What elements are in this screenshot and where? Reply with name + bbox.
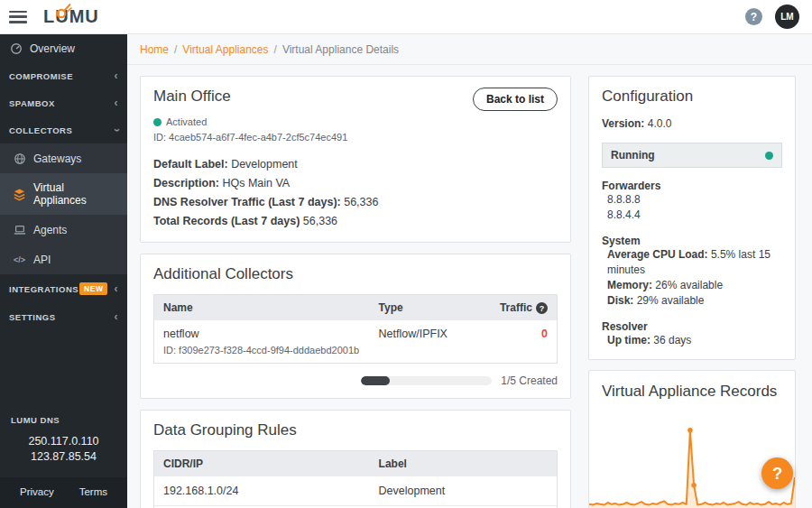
collectors-progress-label: 1/5 Created: [501, 374, 558, 387]
running-status-box: Running: [602, 143, 782, 168]
chevron-down-icon: ‹: [111, 128, 122, 133]
sidebar-section-spambox[interactable]: SPAMBOX ‹: [0, 89, 127, 116]
field-label: Total Records (Last 7 days): [153, 215, 300, 227]
activated-status-label: Activated: [166, 116, 207, 127]
column-type: Type: [379, 301, 491, 314]
sidebar-item-agents[interactable]: Agents: [0, 215, 127, 245]
lumu-dns-title: LUMU DNS: [11, 415, 116, 425]
field-description: Description: HQs Main VA: [153, 174, 558, 193]
back-to-list-button[interactable]: Back to list: [473, 88, 558, 111]
header-help-icon[interactable]: ?: [745, 8, 762, 25]
collectors-table-header: Name Type Traffic?: [154, 295, 557, 320]
traffic-help-icon[interactable]: ?: [536, 302, 548, 314]
config-version: Version: 4.0.0: [602, 116, 782, 132]
collector-row-netflow[interactable]: netflow ID: f309e273-f328-4ccd-9f94-ddda…: [154, 320, 557, 363]
field-default-label: Default Label: Development: [153, 155, 558, 174]
system-title: System: [602, 235, 782, 247]
forwarder-ip: 8.8.4.4: [602, 208, 782, 223]
field-value: HQs Main VA: [222, 177, 290, 189]
sidebar-item-virtual-appliances[interactable]: Virtual Appliances: [0, 173, 127, 215]
column-name: Name: [163, 301, 379, 314]
collectors-progress-bar: [361, 376, 492, 385]
privacy-link[interactable]: Privacy: [20, 486, 54, 497]
section-label: SPAMBOX: [9, 98, 55, 108]
chevron-left-icon: ‹: [114, 283, 118, 294]
chevron-left-icon: ‹: [115, 97, 119, 108]
lumu-logo: LUMU: [43, 6, 99, 27]
collector-type: Netflow/IPFIX: [379, 328, 491, 340]
breadcrumb-current: Virtual Appliance Details: [282, 43, 399, 56]
main-content: Home / Virtual Appliances / Virtual Appl…: [127, 34, 812, 508]
field-value: 56,336: [303, 215, 337, 227]
section-label: INTEGRATIONS: [9, 284, 78, 294]
sidebar-footer: Privacy Terms: [0, 477, 127, 508]
sidebar-item-overview[interactable]: Overview: [0, 34, 127, 62]
sidebar-section-collectors[interactable]: COLLECTORS ‹: [0, 116, 127, 143]
breadcrumb-virtual-appliances[interactable]: Virtual Appliances: [182, 43, 268, 56]
metric-label: Disk:: [607, 294, 633, 307]
sidebar-item-gateways[interactable]: Gateways: [0, 143, 127, 173]
activated-status-dot: [153, 118, 161, 126]
sidebar-section-settings[interactable]: SETTINGS ‹: [0, 303, 127, 330]
appliance-id: ID: 4caeb574-a6f7-4fec-a4b7-2cf5c74ec491: [153, 132, 558, 143]
configuration-card: Configuration Version: 4.0.0 Running For…: [588, 76, 796, 360]
running-status-label: Running: [611, 149, 655, 162]
resolver-title: Resolver: [602, 320, 782, 333]
user-avatar[interactable]: LM: [775, 5, 799, 29]
sidebar-item-label: API: [33, 254, 51, 266]
records-chart-card: Virtual Appliance Records Last 7 days: [588, 370, 796, 508]
floating-help-button[interactable]: ?: [761, 457, 793, 489]
sidebar-section-compromise[interactable]: COMPROMISE ‹: [0, 62, 127, 89]
grouping-rule-row[interactable]: 192.168.1.0/24 Development: [154, 476, 557, 505]
terms-link[interactable]: Terms: [79, 486, 107, 497]
collectors-progress-fill: [361, 376, 390, 385]
breadcrumb-separator: /: [174, 43, 177, 56]
collectors-submenu: Gateways Virtual Appliances Agents </> A…: [0, 143, 127, 274]
globe-icon: [13, 152, 26, 165]
sidebar-item-label: Gateways: [33, 152, 81, 165]
forwarders-group: Forwarders 8.8.8.8 8.8.4.4: [602, 180, 782, 223]
breadcrumb-home[interactable]: Home: [140, 43, 169, 56]
layers-icon: [13, 188, 26, 201]
system-cpu: Average CPU Load: 5.5% last 15 minutes: [602, 247, 782, 278]
field-label: Default Label:: [153, 158, 228, 171]
section-label: COLLECTORS: [9, 125, 72, 135]
collectors-table: Name Type Traffic? netflow ID: f309e273-…: [153, 294, 558, 364]
metric-label: Memory:: [607, 279, 652, 291]
forwarders-title: Forwarders: [602, 180, 782, 192]
records-chart-title: Virtual Appliance Records: [589, 371, 795, 401]
lumu-dns-block: LUMU DNS 250.117.0.110 123.87.85.54: [0, 406, 127, 477]
chevron-left-icon: ‹: [115, 311, 119, 322]
sidebar-item-label: Agents: [33, 224, 67, 236]
main-office-card: Main Office Back to list Activated ID: 4…: [140, 76, 571, 243]
grouping-rules-header: CIDR/IP Label: [154, 451, 557, 476]
metric-value: 36 days: [653, 334, 691, 346]
comet-icon: [54, 1, 74, 21]
collector-name: netflow: [163, 328, 199, 340]
grouping-rules-table: CIDR/IP Label 192.168.1.0/24 Development…: [153, 450, 558, 508]
system-disk: Disk: 29% available: [602, 293, 782, 309]
rule-cidr: 192.168.1.0/24: [163, 485, 379, 497]
appliance-title: Main Office: [153, 88, 231, 106]
sidebar-item-label: Virtual Appliances: [33, 181, 118, 207]
section-label: SETTINGS: [9, 312, 56, 322]
hamburger-menu-icon[interactable]: [9, 11, 27, 23]
data-grouping-rules-title: Data Grouping Rules: [153, 421, 558, 439]
field-value: Development: [231, 158, 298, 171]
data-grouping-rules-card: Data Grouping Rules CIDR/IP Label 192.16…: [140, 410, 571, 508]
sidebar-section-integrations[interactable]: INTEGRATIONS NEW ‹: [0, 274, 127, 303]
metric-value: 29% available: [637, 294, 705, 307]
running-status-dot: [765, 152, 773, 160]
sidebar: Overview COMPROMISE ‹ SPAMBOX ‹ COLLECTO…: [0, 34, 127, 508]
rule-label: Development: [379, 485, 548, 497]
field-total-records: Total Records (Last 7 days) 56,336: [153, 212, 558, 231]
sidebar-item-label: Overview: [30, 42, 75, 55]
chevron-left-icon: ‹: [115, 70, 119, 81]
laptop-icon: [13, 223, 26, 236]
sidebar-item-api[interactable]: </> API: [0, 245, 127, 274]
code-icon: </>: [13, 253, 26, 266]
system-group: System Average CPU Load: 5.5% last 15 mi…: [602, 235, 782, 309]
column-cidr: CIDR/IP: [163, 457, 379, 470]
dns-ip-secondary: 123.87.85.54: [11, 449, 116, 465]
new-badge: NEW: [79, 282, 107, 295]
